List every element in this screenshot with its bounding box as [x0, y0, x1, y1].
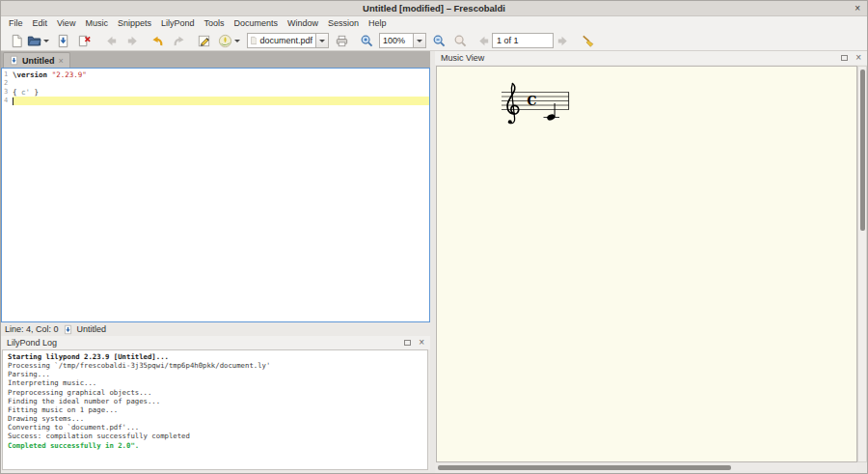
- document-tabstrip: Untitled ×: [1, 51, 430, 68]
- frescobaldi-window: Untitled [modified] – Frescobaldi × File…: [0, 0, 868, 474]
- window-close-icon[interactable]: ×: [854, 1, 860, 15]
- line-number: 4: [2, 97, 13, 105]
- new-document-button[interactable]: [8, 32, 25, 49]
- edit-pencil-icon: [197, 34, 211, 48]
- float-panel-icon[interactable]: [404, 340, 411, 346]
- edit-in-place-button[interactable]: [195, 32, 212, 49]
- treble-clef: [507, 84, 519, 125]
- save-document-icon: [56, 34, 70, 48]
- menu-snippets[interactable]: Snippets: [113, 16, 156, 31]
- quarter-note-c[interactable]: [544, 103, 560, 122]
- log-line: Completed successfully in 2.0".: [8, 441, 427, 450]
- page-indicator-field[interactable]: [492, 33, 554, 48]
- clear-broom-icon: [581, 34, 595, 48]
- zoom-out-button[interactable]: [430, 32, 448, 49]
- code-editor[interactable]: 1 \version "2.23.9" 2 3 { c' } 4: [1, 68, 430, 322]
- horizontal-scroll-thumb[interactable]: [438, 465, 731, 470]
- compile-lilypond-dropdown[interactable]: [233, 32, 241, 49]
- code-line-1: 1 \version "2.23.9": [2, 70, 429, 79]
- editor-pane: Untitled × 1 \version "2.23.9" 2 3 { c' …: [1, 51, 430, 473]
- music-document-value: document.pdf: [259, 36, 312, 45]
- zoom-out-icon: [432, 34, 447, 48]
- titlebar[interactable]: Untitled [modified] – Frescobaldi ×: [1, 1, 867, 16]
- print-icon: [335, 34, 349, 48]
- compile-lilypond-button[interactable]: [216, 32, 233, 49]
- go-forward-button[interactable]: [123, 32, 141, 49]
- menu-view[interactable]: View: [52, 16, 80, 31]
- magnifier-button[interactable]: [451, 32, 469, 49]
- previous-page-button[interactable]: [475, 32, 492, 49]
- tab-untitled[interactable]: Untitled ×: [3, 52, 70, 68]
- save-document-button[interactable]: [54, 32, 71, 49]
- chevron-down-icon: [417, 40, 422, 42]
- menubar: File Edit View Music Snippets LilyPond T…: [1, 16, 867, 31]
- line-number: 3: [2, 88, 13, 97]
- undo-button[interactable]: [149, 32, 166, 49]
- music-document-dropdown[interactable]: [315, 33, 329, 48]
- undo-icon: [150, 34, 165, 48]
- compile-lilypond-icon: [218, 34, 232, 48]
- menu-file[interactable]: File: [4, 16, 28, 31]
- redo-button[interactable]: [170, 32, 187, 49]
- clear-music-view-button[interactable]: [579, 32, 596, 49]
- open-document-button[interactable]: [25, 32, 42, 49]
- next-page-button[interactable]: [554, 32, 571, 49]
- magnifier-icon: [453, 34, 468, 48]
- log-line: Preprocessing graphical objects...: [8, 388, 427, 397]
- chevron-down-icon: [234, 40, 240, 42]
- music-score: C: [492, 76, 581, 134]
- close-panel-icon[interactable]: ×: [419, 338, 424, 348]
- close-document-button[interactable]: [75, 32, 93, 49]
- vertical-scroll-thumb[interactable]: [860, 70, 865, 231]
- menu-tools[interactable]: Tools: [199, 16, 229, 31]
- close-panel-icon[interactable]: ×: [855, 53, 861, 63]
- modified-document-icon: [10, 55, 18, 66]
- menu-lilypond[interactable]: LilyPond: [156, 16, 200, 31]
- zoom-level-value: 100%: [383, 36, 405, 45]
- menu-help[interactable]: Help: [364, 16, 392, 31]
- print-button[interactable]: [333, 32, 350, 49]
- zoom-level-combobox[interactable]: 100%: [379, 33, 414, 48]
- menu-edit[interactable]: Edit: [28, 16, 53, 31]
- next-page-icon: [556, 34, 570, 48]
- pitch-token: c': [21, 88, 30, 97]
- lilypond-log-header[interactable]: LilyPond Log ×: [1, 336, 430, 349]
- chevron-down-icon: [319, 40, 325, 42]
- open-document-dropdown[interactable]: [42, 32, 50, 49]
- menu-documents[interactable]: Documents: [229, 16, 283, 31]
- log-line: Success: compilation successfully comple…: [8, 432, 427, 440]
- menu-music[interactable]: Music: [80, 16, 113, 31]
- go-forward-icon: [125, 34, 140, 48]
- go-back-button[interactable]: [102, 32, 120, 49]
- log-line: Parsing...: [8, 370, 427, 378]
- music-horizontal-scrollbar[interactable]: [436, 463, 857, 471]
- music-view-title: Music View: [441, 53, 484, 63]
- menu-session[interactable]: Session: [323, 16, 364, 31]
- score-page[interactable]: C: [436, 66, 857, 462]
- chevron-down-icon: [43, 40, 49, 42]
- pdf-document-icon: [251, 36, 257, 45]
- log-line: Drawing systems...: [8, 414, 427, 423]
- statusbar: Line: 4, Col: 0 Untitled: [1, 322, 430, 336]
- tab-close-icon[interactable]: ×: [59, 56, 64, 66]
- log-line: Processing `/tmp/frescobaldi-3j35pqwi/tm…: [8, 361, 427, 370]
- music-view-header[interactable]: Music View ×: [435, 51, 867, 65]
- tab-label: Untitled: [22, 56, 55, 66]
- zoom-in-button[interactable]: [358, 32, 375, 49]
- text-cursor: [13, 98, 14, 105]
- go-back-icon: [104, 34, 119, 48]
- modified-document-icon: [64, 324, 72, 335]
- music-view-pane: Music View ×: [435, 51, 867, 473]
- menu-window[interactable]: Window: [283, 16, 323, 31]
- log-line: Interpreting music...: [8, 378, 427, 387]
- music-document-combobox[interactable]: document.pdf: [247, 33, 316, 48]
- lilypond-keyword: \version: [13, 70, 52, 79]
- music-vertical-scrollbar[interactable]: [857, 66, 867, 462]
- log-line: Starting lilypond 2.23.9 [Untitled]...: [8, 352, 427, 361]
- version-string: "2.23.9": [52, 70, 87, 79]
- zoom-level-dropdown[interactable]: [413, 33, 426, 48]
- window-title: Untitled [modified] – Frescobaldi: [1, 1, 867, 15]
- float-panel-icon[interactable]: [841, 55, 848, 61]
- final-barline: [568, 93, 569, 110]
- log-panel-title: LilyPond Log: [7, 338, 57, 348]
